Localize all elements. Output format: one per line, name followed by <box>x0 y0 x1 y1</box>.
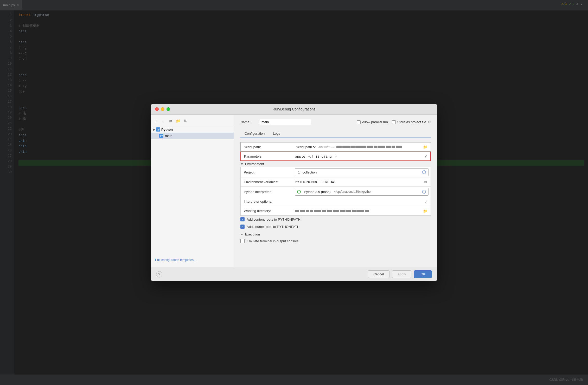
project-folder-icon: 🗂 <box>297 170 301 174</box>
interp-options-expand-icon[interactable]: ⤢ <box>423 200 429 204</box>
project-select-arrow-icon[interactable]: ⬡ <box>422 169 426 175</box>
maximize-button[interactable] <box>167 107 170 111</box>
dialog-title: Run/Debug Configurations <box>273 107 316 111</box>
remove-config-button[interactable]: − <box>160 118 167 124</box>
env-vars-value[interactable]: PYTHONUNBUFFERED=1 ⧉ <box>293 178 431 186</box>
dialog-body: + − ⧉ 📁 ⇅ ▶ py Python py main Edit confi… <box>151 115 437 267</box>
config-options: Allow parallel run Store as project file… <box>357 120 431 124</box>
interpreter-select[interactable]: Python 3.9 (base) ~/opt/anaconda3/bin/py… <box>295 188 429 196</box>
close-button[interactable] <box>155 107 159 111</box>
working-dir-row: Working directory: <box>240 206 431 216</box>
interp-options-label: Interpreter options: <box>241 200 293 203</box>
env-vars-row: Environment variables: PYTHONUNBUFFERED=… <box>240 177 431 187</box>
execution-label: Execution <box>245 232 260 236</box>
sort-config-button[interactable]: ⇅ <box>182 118 188 124</box>
move-config-button[interactable]: 📁 <box>175 118 181 124</box>
dialog-config-panel: Name: Allow parallel run Store as projec… <box>234 115 437 267</box>
project-select[interactable]: 🗂 collection ⬡ <box>295 168 429 176</box>
parameters-row: Parameters: apple -gf jingjing + ⤢ <box>240 152 431 161</box>
name-label: Name: <box>240 120 256 124</box>
tab-logs[interactable]: Logs <box>269 129 284 138</box>
group-chevron-icon: ▶ <box>153 128 155 131</box>
ok-button[interactable]: OK <box>414 270 432 278</box>
dialog-footer: ? Cancel Apply OK <box>151 267 437 281</box>
working-dir-content <box>295 210 420 212</box>
config-name-row: Name: Allow parallel run Store as projec… <box>240 119 431 125</box>
script-path-row: Script path: Script path /users/m...... <box>240 142 431 152</box>
allow-parallel-option: Allow parallel run <box>357 120 388 124</box>
emulate-terminal-label: Emulate terminal in output console <box>247 239 298 243</box>
sidebar-group-label: Python <box>161 128 173 132</box>
name-input[interactable] <box>259 119 311 125</box>
allow-parallel-checkbox[interactable] <box>357 120 361 124</box>
config-tabs: Configuration Logs <box>240 129 431 138</box>
parameters-value[interactable]: apple -gf jingjing + ⤢ <box>293 153 430 160</box>
script-path-content: /users/m...... <box>318 145 420 149</box>
store-project-checkbox[interactable] <box>392 120 396 124</box>
store-project-option: Store as project file ⚙ <box>392 120 431 124</box>
store-project-label: Store as project file <box>397 120 426 124</box>
project-label: Project: <box>241 170 293 174</box>
sidebar-toolbar: + − ⧉ 📁 ⇅ <box>151 117 234 125</box>
environment-section-header[interactable]: ▼ Environment <box>240 161 431 167</box>
dialog-sidebar: + − ⧉ 📁 ⇅ ▶ py Python py main Edit confi… <box>151 115 234 267</box>
interpreter-name: Python 3.9 (base) <box>304 190 331 194</box>
interp-options-value[interactable]: ⤢ <box>293 198 431 205</box>
emulate-terminal-row: Emulate terminal in output console <box>240 237 431 245</box>
add-content-roots-row: ✓ Add content roots to PYTHONPATH <box>240 216 431 223</box>
help-button[interactable]: ? <box>156 271 162 277</box>
tab-configuration[interactable]: Configuration <box>240 129 269 138</box>
modal-overlay: Run/Debug Configurations + − ⧉ 📁 ⇅ ▶ py … <box>0 0 588 385</box>
minimize-button[interactable] <box>161 107 164 111</box>
script-path-value: Script path /users/m...... <box>293 144 431 150</box>
env-vars-text: PYTHONUNBUFFERED=1 <box>295 180 336 184</box>
add-source-roots-row: ✓ Add source roots to PYTHONPATH <box>240 223 431 230</box>
add-content-roots-label: Add content roots to PYTHONPATH <box>247 218 301 221</box>
dialog-titlebar: Run/Debug Configurations <box>151 104 437 115</box>
working-dir-folder-icon[interactable]: 📁 <box>422 209 429 213</box>
parameters-add-icon[interactable]: + <box>334 154 338 159</box>
edit-config-templates-link[interactable]: Edit configuration templates... <box>151 255 234 265</box>
env-vars-copy-icon[interactable]: ⧉ <box>422 179 429 185</box>
interpreter-select-arrow-icon[interactable]: ⬡ <box>422 189 426 195</box>
script-path-type-select[interactable]: Script path <box>295 145 316 149</box>
emulate-terminal-checkbox[interactable] <box>240 239 245 243</box>
footer-actions: Cancel Apply OK <box>368 270 432 278</box>
interpreter-row: Python interpreter: Python 3.9 (base) ~/… <box>240 187 431 197</box>
project-name: collection <box>303 170 317 174</box>
environment-chevron-icon: ▼ <box>240 162 244 166</box>
interpreter-icon <box>297 190 301 194</box>
script-path-folder-icon[interactable]: 📁 <box>422 145 429 149</box>
env-vars-label: Environment variables: <box>241 180 293 184</box>
interpreter-label: Python interpreter: <box>241 190 293 194</box>
add-source-roots-checkbox[interactable]: ✓ <box>240 225 245 229</box>
add-content-roots-checkbox[interactable]: ✓ <box>240 217 245 221</box>
run-debug-dialog: Run/Debug Configurations + − ⧉ 📁 ⇅ ▶ py … <box>151 104 437 281</box>
interp-options-row: Interpreter options: ⤢ <box>240 197 431 206</box>
working-dir-value: 📁 <box>293 208 431 214</box>
add-config-button[interactable]: + <box>153 118 159 124</box>
project-row: Project: 🗂 collection ⬡ <box>240 167 431 177</box>
parameters-label: Parameters: <box>241 154 293 158</box>
script-path-label: Script path: <box>241 145 293 149</box>
interpreter-path: ~/opt/anaconda3/bin/python <box>334 190 372 194</box>
add-source-roots-label: Add source roots to PYTHONPATH <box>247 225 299 229</box>
sidebar-group-python[interactable]: ▶ py Python <box>151 126 234 133</box>
interpreter-value: Python 3.9 (base) ~/opt/anaconda3/bin/py… <box>293 187 431 197</box>
project-value: 🗂 collection ⬡ <box>293 167 431 177</box>
python-group-icon: py <box>156 127 160 132</box>
sidebar-item-main[interactable]: py main <box>151 133 234 139</box>
copy-config-button[interactable]: ⧉ <box>168 118 174 124</box>
parameters-text: apple -gf jingjing <box>295 154 332 158</box>
python-item-icon: py <box>159 134 163 138</box>
execution-chevron-icon: ▼ <box>240 233 244 236</box>
cancel-button[interactable]: Cancel <box>368 270 389 278</box>
environment-label: Environment <box>245 162 264 166</box>
traffic-lights <box>155 107 170 111</box>
execution-section-header[interactable]: ▼ Execution <box>240 230 431 237</box>
store-project-gear-icon[interactable]: ⚙ <box>428 120 431 124</box>
working-dir-label: Working directory: <box>241 209 293 213</box>
apply-button[interactable]: Apply <box>392 270 412 278</box>
parameters-expand-icon[interactable]: ⤢ <box>423 154 428 158</box>
sidebar-item-label: main <box>165 134 172 138</box>
